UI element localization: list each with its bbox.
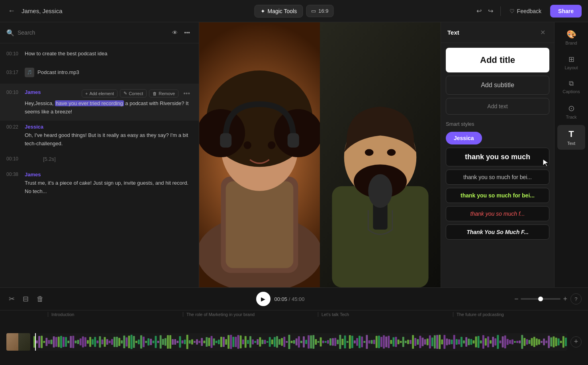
svg-rect-223 xyxy=(523,338,525,345)
svg-rect-215 xyxy=(504,335,506,348)
header-divider xyxy=(500,6,501,16)
svg-rect-148 xyxy=(342,339,344,345)
svg-rect-202 xyxy=(472,340,474,344)
delete-button[interactable]: 🗑 xyxy=(34,293,46,305)
correct-label: Correct xyxy=(129,91,143,96)
more-actions-button[interactable]: ••• xyxy=(181,89,192,98)
header-left: ← James, Jessica xyxy=(6,5,63,17)
svg-rect-147 xyxy=(339,335,341,349)
timestamp: 00:38 xyxy=(6,172,21,177)
svg-rect-34 xyxy=(65,337,67,346)
eye-button[interactable]: 👁 xyxy=(170,27,180,38)
svg-rect-218 xyxy=(512,339,514,344)
nav-item-layout[interactable]: ⊞ Layout xyxy=(557,51,585,74)
remove-button[interactable]: 🗑 Remove xyxy=(149,90,178,98)
svg-rect-135 xyxy=(310,335,312,348)
nav-item-text[interactable]: T Text xyxy=(557,125,585,150)
split-button[interactable]: ⊟ xyxy=(20,293,31,305)
svg-rect-96 xyxy=(216,341,218,343)
svg-rect-137 xyxy=(315,339,317,344)
magic-tools-button[interactable]: ✦ Magic Tools xyxy=(255,5,303,18)
bold-style-button[interactable]: thank you so much xyxy=(446,148,549,166)
undo-button[interactable]: ↩ xyxy=(474,5,484,17)
audio-file-icon: 🎵 xyxy=(25,68,34,77)
redo-button[interactable]: ↪ xyxy=(486,5,496,17)
close-text-panel-button[interactable]: ✕ xyxy=(538,28,548,37)
svg-rect-139 xyxy=(320,337,322,346)
feedback-button[interactable]: ♡ Feedback xyxy=(506,6,545,17)
back-button[interactable]: ← xyxy=(6,5,17,17)
time-display: 00:05 / 45:00 xyxy=(274,296,305,302)
time-separator: / xyxy=(289,296,292,302)
plain-style-button[interactable]: thank you so much for bei... xyxy=(446,170,549,185)
svg-rect-76 xyxy=(167,335,169,349)
zoom-controls: − + xyxy=(514,295,567,303)
silence-tag: [5.2s] xyxy=(43,156,56,162)
svg-rect-121 xyxy=(276,336,278,347)
add-element-button[interactable]: + Add element xyxy=(82,90,118,98)
svg-rect-189 xyxy=(441,339,443,344)
scissors-button[interactable]: ✂ xyxy=(6,293,17,305)
svg-rect-229 xyxy=(538,339,540,344)
add-title-button[interactable]: Add title xyxy=(446,48,549,72)
jessica-badge-container: Jessica xyxy=(446,132,549,144)
white-bold-italic-style-button[interactable]: Thank You So Much F... xyxy=(446,224,549,240)
add-subtitle-button[interactable]: Add subtitle xyxy=(446,76,549,95)
nav-label-captions: Captions xyxy=(563,89,580,94)
transcript-text: Oh, I've heard good things! But is it re… xyxy=(25,131,192,148)
aspect-ratio-button[interactable]: ▭ 16:9 xyxy=(306,5,333,17)
svg-rect-99 xyxy=(223,337,225,347)
svg-rect-236 xyxy=(555,338,557,346)
zoom-out-button[interactable]: − xyxy=(514,295,519,303)
svg-rect-174 xyxy=(405,341,407,343)
chapter-marketing: The role of Marketing in your brand xyxy=(183,312,318,317)
track-thumbnail xyxy=(6,333,30,351)
svg-rect-94 xyxy=(211,336,213,347)
header-center: ✦ Magic Tools ▭ 16:9 xyxy=(255,5,334,18)
transcript-item-actions: + Add element ✎ Correct 🗑 Remove ••• xyxy=(82,89,192,98)
add-text-button[interactable]: Add text xyxy=(446,98,549,115)
correct-button[interactable]: ✎ Correct xyxy=(120,89,147,98)
captions-icon: ⧉ xyxy=(569,80,574,88)
svg-rect-196 xyxy=(458,339,460,344)
green-bold-style-button[interactable]: thank you so much for bei... xyxy=(446,188,549,203)
svg-rect-46 xyxy=(94,337,96,347)
svg-rect-213 xyxy=(499,340,501,343)
nav-item-track[interactable]: ⊙ Track xyxy=(557,100,585,123)
play-button[interactable]: ▶ xyxy=(256,292,270,306)
svg-rect-168 xyxy=(390,340,392,344)
more-options-button[interactable]: ••• xyxy=(182,27,192,38)
video-panel xyxy=(199,22,441,287)
svg-rect-221 xyxy=(519,340,521,343)
transcript-meta: 00:10 [5.2s] xyxy=(6,156,192,162)
svg-rect-207 xyxy=(485,338,487,345)
zoom-in-button[interactable]: + xyxy=(563,295,567,303)
svg-rect-24 xyxy=(41,336,43,348)
svg-point-9 xyxy=(244,141,251,149)
add-track-button[interactable]: + xyxy=(570,336,582,347)
transcript-meta: 00:22 Jessica xyxy=(6,124,192,130)
svg-rect-188 xyxy=(439,335,441,349)
svg-rect-51 xyxy=(106,339,108,345)
list-item: 00:10 [5.2s] xyxy=(0,153,199,168)
svg-rect-115 xyxy=(262,340,264,344)
svg-rect-233 xyxy=(548,336,550,348)
svg-rect-214 xyxy=(502,336,504,347)
transcript-text: Trust me, it's a piece of cake! Just sig… xyxy=(25,179,192,196)
help-button[interactable]: ? xyxy=(570,293,582,304)
svg-rect-66 xyxy=(143,336,145,347)
red-italic-style-button[interactable]: thank you so much f... xyxy=(446,206,549,221)
nav-item-captions[interactable]: ⧉ Captions xyxy=(557,76,585,98)
svg-rect-110 xyxy=(249,336,251,347)
share-button[interactable]: Share xyxy=(550,5,582,18)
svg-rect-37 xyxy=(72,336,74,348)
waveform-container[interactable] xyxy=(33,333,567,351)
zoom-slider[interactable] xyxy=(521,298,561,300)
svg-rect-185 xyxy=(431,338,433,346)
nav-item-brand[interactable]: 🎨 Brand xyxy=(557,25,585,49)
svg-rect-149 xyxy=(344,335,346,348)
jessica-style-button[interactable]: Jessica xyxy=(446,132,482,144)
svg-rect-91 xyxy=(203,340,205,343)
search-input[interactable] xyxy=(18,29,167,36)
total-time: 45:00 xyxy=(292,296,305,302)
